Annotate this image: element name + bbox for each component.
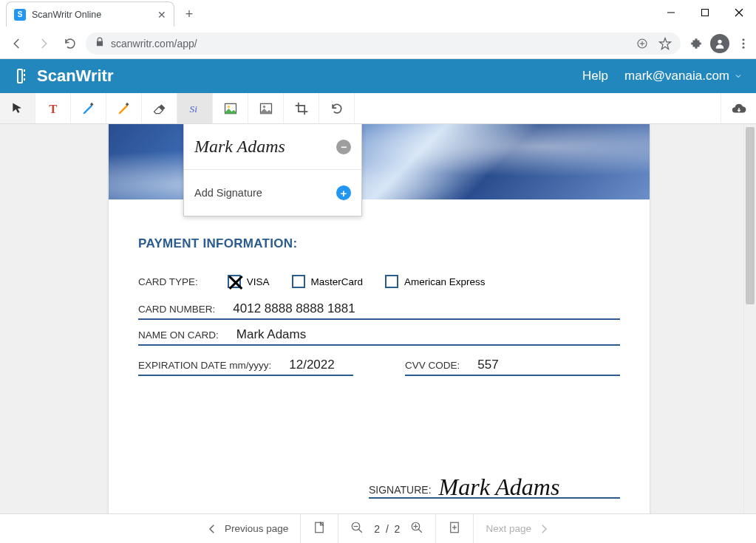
- user-menu[interactable]: mark@vanaia.com: [624, 69, 743, 83]
- page-icon[interactable]: [313, 521, 326, 536]
- svg-rect-14: [89, 102, 93, 106]
- checkbox-icon: [385, 275, 398, 288]
- card-number-value: 4012 8888 8888 1881: [233, 301, 355, 316]
- svg-point-20: [262, 105, 265, 107]
- svg-point-8: [743, 38, 745, 41]
- card-type-label: CARD TYPE:: [138, 276, 198, 287]
- tool-pen-orange[interactable]: [106, 93, 142, 123]
- browser-menu-icon[interactable]: [737, 37, 750, 50]
- card-option-amex[interactable]: American Express: [385, 275, 486, 288]
- card-option-visa[interactable]: VISA: [228, 275, 270, 288]
- zoom-badge-icon[interactable]: [636, 38, 648, 49]
- svg-point-18: [227, 105, 229, 107]
- url-text: scanwritr.com/app/: [111, 38, 197, 49]
- add-signature-label: Add Signature: [194, 187, 336, 199]
- profile-avatar-icon[interactable]: [710, 34, 729, 53]
- signature-preview: Mark Adams: [194, 137, 336, 157]
- svg-rect-1: [702, 10, 709, 16]
- cloud-download-button[interactable]: [721, 93, 756, 123]
- tool-image-color[interactable]: [213, 93, 248, 123]
- tool-image-gray[interactable]: [248, 93, 284, 123]
- page-indicator: 2 / 2: [374, 523, 400, 535]
- omnibox[interactable]: scanwritr.com/app/: [86, 33, 681, 55]
- tab-strip: S ScanWritr Online ✕ +: [0, 0, 200, 28]
- previous-page-button[interactable]: Previous page: [205, 522, 288, 536]
- name-on-card-label: NAME ON CARD:: [138, 329, 219, 341]
- tool-text[interactable]: T: [35, 93, 71, 123]
- app-header: ScanWritr Help mark@vanaia.com: [0, 59, 756, 93]
- card-number-label: CARD NUMBER:: [138, 304, 215, 315]
- signature-value[interactable]: Mark Adams: [439, 475, 560, 499]
- zoom-in-button[interactable]: [410, 521, 423, 536]
- name-on-card-value: Mark Adams: [236, 327, 306, 342]
- svg-line-23: [359, 529, 363, 533]
- brand[interactable]: ScanWritr: [13, 66, 114, 86]
- nav-reload-button[interactable]: [59, 33, 81, 55]
- help-link[interactable]: Help: [582, 69, 608, 83]
- window-minimize-button[interactable]: [654, 0, 688, 25]
- new-tab-button[interactable]: +: [179, 4, 200, 24]
- tool-eraser[interactable]: [142, 93, 177, 123]
- next-page-button[interactable]: Next page: [486, 522, 551, 536]
- svg-line-26: [419, 529, 423, 533]
- section-title: PAYMENT INFORMATION:: [138, 236, 620, 251]
- svg-text:Si: Si: [189, 103, 197, 115]
- window-maximize-button[interactable]: [688, 0, 722, 25]
- window-controls: [654, 0, 756, 25]
- brand-icon: [13, 67, 31, 85]
- browser-tab[interactable]: S ScanWritr Online ✕: [6, 1, 174, 27]
- nav-forward-button[interactable]: [33, 33, 55, 55]
- user-email: mark@vanaia.com: [624, 69, 729, 83]
- remove-signature-icon[interactable]: −: [336, 140, 351, 154]
- svg-point-9: [743, 42, 745, 44]
- tool-rotate[interactable]: [319, 93, 355, 123]
- svg-text:T: T: [49, 101, 57, 115]
- tab-title: ScanWritr Online: [32, 10, 101, 20]
- window-close-button[interactable]: [722, 0, 756, 25]
- signature-label: SIGNATURE:: [369, 484, 432, 496]
- checkbox-icon: [292, 275, 305, 288]
- tool-select[interactable]: [0, 93, 35, 123]
- add-page-button[interactable]: [448, 521, 461, 536]
- svg-rect-15: [125, 102, 129, 106]
- editor-toolbar: T Si: [0, 93, 756, 124]
- lock-icon: [95, 37, 105, 49]
- svg-point-10: [743, 46, 745, 48]
- add-signature-item[interactable]: Add Signature +: [184, 170, 361, 216]
- card-option-mastercard[interactable]: MasterCard: [292, 275, 364, 288]
- expiration-label: EXPIRATION DATE mm/yyyy:: [138, 360, 271, 371]
- expiration-value: 12/2022: [289, 358, 334, 372]
- bookmark-icon[interactable]: [658, 37, 672, 50]
- tool-pen-blue[interactable]: [71, 93, 106, 123]
- signature-saved-item[interactable]: Mark Adams −: [184, 124, 361, 170]
- tab-favicon: S: [14, 9, 26, 21]
- add-signature-icon[interactable]: +: [336, 185, 351, 200]
- address-bar: scanwritr.com/app/: [0, 28, 756, 59]
- page-navigator: Previous page 2 / 2 Next page: [0, 513, 756, 543]
- chevron-down-icon: [734, 72, 743, 81]
- vertical-scrollbar[interactable]: [743, 124, 756, 513]
- svg-point-7: [718, 39, 721, 43]
- tab-close-icon[interactable]: ✕: [157, 9, 166, 21]
- extensions-icon[interactable]: [689, 37, 703, 50]
- window-titlebar: S ScanWritr Online ✕ +: [0, 0, 756, 28]
- scrollbar-thumb[interactable]: [746, 127, 755, 304]
- cvv-value: 557: [477, 358, 498, 372]
- brand-text: ScanWritr: [37, 66, 114, 86]
- browser-actions: [689, 34, 750, 53]
- nav-back-button[interactable]: [6, 33, 28, 55]
- cvv-label: CVV CODE:: [405, 360, 460, 371]
- omnibox-actions: [636, 37, 672, 50]
- canvas-area: PAYMENT INFORMATION: CARD TYPE: VISA Mas…: [0, 124, 756, 513]
- signature-dropdown: Mark Adams − Add Signature +: [183, 124, 362, 216]
- zoom-out-button[interactable]: [350, 521, 364, 536]
- checkbox-checked-icon: [228, 275, 241, 288]
- svg-rect-11: [18, 69, 22, 83]
- tool-signature[interactable]: Si: [177, 93, 213, 123]
- tool-crop[interactable]: [284, 93, 319, 123]
